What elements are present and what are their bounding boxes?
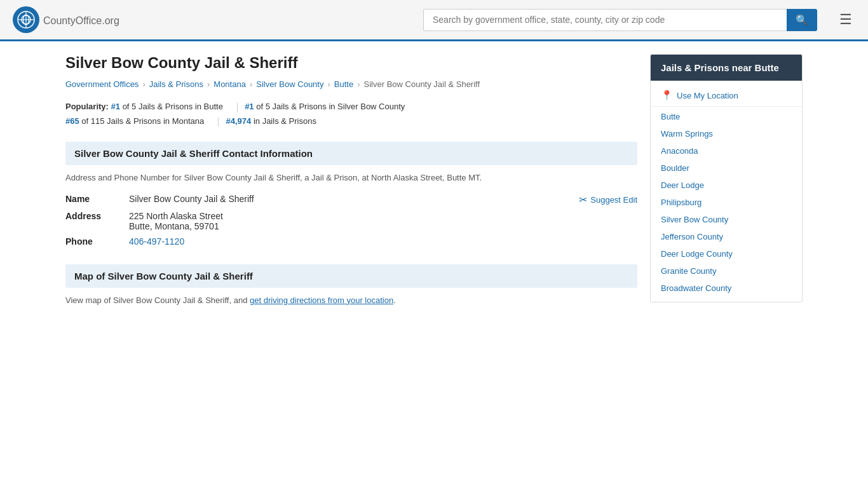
map-desc-end: . (393, 295, 396, 305)
popularity-item-2: #1 of 5 Jails & Prisons in Silver Bow Co… (245, 99, 405, 114)
address-line1: 225 North Alaska Street (129, 211, 637, 221)
name-label: Name (65, 191, 129, 208)
search-bar: 🔍 (423, 9, 817, 31)
sidebar-link-jefferson-county[interactable]: Jefferson County (661, 232, 723, 241)
sidebar-item-broadwater-county[interactable]: Broadwater County (651, 280, 802, 297)
breadcrumb-government-offices[interactable]: Government Offices (65, 79, 139, 89)
contact-name-row: Name Silver Bow County Jail & Sheriff ✂ … (65, 191, 637, 208)
breadcrumb-current: Silver Bow County Jail & Sheriff (364, 79, 480, 89)
contact-address-row: Address 225 North Alaska Street Butte, M… (65, 208, 637, 234)
search-icon: 🔍 (796, 15, 808, 25)
sidebar-item-butte[interactable]: Butte (651, 108, 802, 125)
contact-name-value: Silver Bow County Jail & Sheriff ✂ Sugge… (129, 191, 637, 208)
address-label: Address (65, 208, 129, 234)
site-header: CountyOffice.org 🔍 ☰ (0, 0, 868, 41)
sidebar-item-jefferson-county[interactable]: Jefferson County (651, 228, 802, 245)
sidebar-link-deer-lodge-county[interactable]: Deer Lodge County (661, 249, 733, 259)
sidebar-item-deer-lodge-county[interactable]: Deer Lodge County (651, 245, 802, 262)
menu-button[interactable]: ☰ (836, 8, 855, 31)
pop-divider-1 (237, 103, 238, 112)
map-description: View map of Silver Bow County Jail & She… (65, 295, 637, 305)
suggest-edit-label: Suggest Edit (590, 195, 637, 205)
logo-link[interactable]: CountyOffice.org (13, 6, 119, 33)
phone-label: Phone (65, 234, 129, 249)
sidebar-item-philipsburg[interactable]: Philipsburg (651, 194, 802, 211)
suggest-edit-icon: ✂ (579, 194, 587, 206)
breadcrumb-butte[interactable]: Butte (334, 79, 353, 89)
logo-text: CountyOffice.org (43, 13, 119, 27)
breadcrumb-sep-4: › (327, 79, 330, 89)
logo-suffix: .org (102, 15, 119, 26)
hamburger-icon: ☰ (839, 11, 852, 27)
popularity-item-1: #1 of 5 Jails & Prisons in Butte (111, 99, 223, 114)
breadcrumb-sep-1: › (142, 79, 145, 89)
breadcrumb-silver-bow-county[interactable]: Silver Bow County (256, 79, 323, 89)
breadcrumb-sep-5: › (357, 79, 360, 89)
sidebar-divider-0 (651, 106, 802, 107)
logo-name: CountyOffice (43, 15, 102, 26)
sidebar-item-warm-springs[interactable]: Warm Springs (651, 125, 802, 142)
popularity-section: Popularity: #1 of 5 Jails & Prisons in B… (65, 99, 637, 129)
breadcrumb-sep-2: › (207, 79, 210, 89)
sidebar-link-anaconda[interactable]: Anaconda (661, 146, 698, 156)
sidebar-link-butte[interactable]: Butte (661, 112, 680, 121)
contact-table: Name Silver Bow County Jail & Sheriff ✂ … (65, 191, 637, 249)
popularity-item-3: #65 of 115 Jails & Prisons in Montana (65, 114, 204, 128)
sidebar-link-philipsburg[interactable]: Philipsburg (661, 198, 702, 207)
sidebar-item-deer-lodge[interactable]: Deer Lodge (651, 177, 802, 194)
main-content: Silver Bow County Jail & Sheriff Governm… (65, 54, 637, 318)
sidebar-item-granite-county[interactable]: Granite County (651, 262, 802, 280)
sidebar: Jails & Prisons near Butte 📍 Use My Loca… (650, 54, 803, 318)
sidebar-link-boulder[interactable]: Boulder (661, 163, 689, 173)
sidebar-item-boulder[interactable]: Boulder (651, 159, 802, 177)
phone-link[interactable]: 406-497-1120 (129, 236, 184, 247)
address-line2: Butte, Montana, 59701 (129, 221, 637, 231)
search-input[interactable] (423, 9, 787, 31)
sidebar-title: Jails & Prisons near Butte (651, 55, 802, 81)
location-pin-icon: 📍 (661, 90, 673, 101)
sidebar-use-my-location[interactable]: 📍 Use My Location (651, 86, 802, 105)
popularity-label: Popularity: (65, 102, 109, 111)
sidebar-box: Jails & Prisons near Butte 📍 Use My Loca… (650, 54, 803, 302)
popularity-item-4: #4,974 in Jails & Prisons (226, 114, 316, 128)
breadcrumb-sep-3: › (250, 79, 252, 89)
contact-phone-row: Phone 406-497-1120 (65, 234, 637, 249)
sidebar-item-anaconda[interactable]: Anaconda (651, 142, 802, 159)
driving-directions-link[interactable]: get driving directions from your locatio… (250, 295, 393, 305)
contact-description: Address and Phone Number for Silver Bow … (65, 173, 637, 182)
pop-divider-2 (218, 118, 219, 126)
main-container: Silver Bow County Jail & Sheriff Governm… (53, 41, 815, 330)
sidebar-item-silver-bow-county[interactable]: Silver Bow County (651, 211, 802, 228)
page-title: Silver Bow County Jail & Sheriff (65, 54, 637, 72)
sidebar-link-warm-springs[interactable]: Warm Springs (661, 129, 713, 139)
use-my-location-link[interactable]: Use My Location (677, 91, 738, 100)
map-section-header: Map of Silver Bow County Jail & Sheriff (65, 264, 637, 288)
breadcrumb-montana[interactable]: Montana (214, 79, 246, 89)
contact-phone-value: 406-497-1120 (129, 234, 637, 249)
logo-icon (13, 6, 39, 33)
search-button[interactable]: 🔍 (787, 9, 817, 31)
breadcrumb: Government Offices › Jails & Prisons › M… (65, 79, 637, 89)
contact-address-value: 225 North Alaska Street Butte, Montana, … (129, 208, 637, 234)
breadcrumb-jails-prisons[interactable]: Jails & Prisons (149, 79, 203, 89)
sidebar-link-granite-county[interactable]: Granite County (661, 266, 716, 276)
sidebar-link-broadwater-county[interactable]: Broadwater County (661, 283, 731, 293)
suggest-edit-link[interactable]: ✂ Suggest Edit (579, 194, 637, 206)
map-section: Map of Silver Bow County Jail & Sheriff … (65, 264, 637, 305)
sidebar-link-silver-bow-county[interactable]: Silver Bow County (661, 215, 728, 224)
map-desc-text: View map of Silver Bow County Jail & She… (65, 295, 247, 305)
contact-section: Silver Bow County Jail & Sheriff Contact… (65, 142, 637, 249)
contact-section-header: Silver Bow County Jail & Sheriff Contact… (65, 142, 637, 165)
sidebar-link-deer-lodge[interactable]: Deer Lodge (661, 180, 704, 190)
sidebar-list: 📍 Use My Location Butte Warm Springs Ana… (651, 81, 802, 302)
